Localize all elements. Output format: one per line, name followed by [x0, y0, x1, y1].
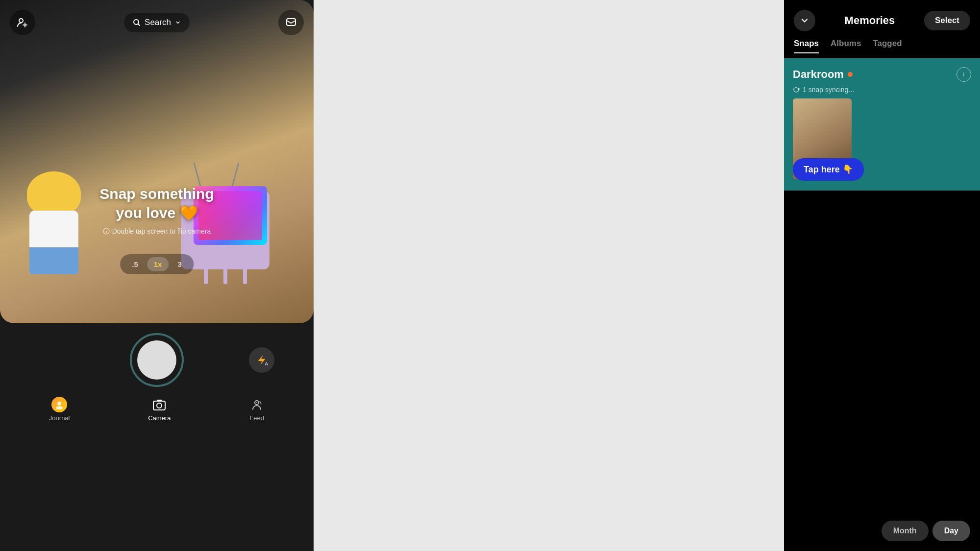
double-tap-hint: i Double tap screen to flip camera: [0, 227, 314, 235]
tv-leg: [204, 267, 208, 284]
darkroom-subtitle: 1 snap syncing...: [784, 86, 980, 98]
chat-button[interactable]: [278, 10, 304, 35]
nav-item-camera[interactable]: Camera: [148, 397, 171, 422]
svg-rect-10: [153, 401, 165, 410]
add-friend-button[interactable]: [10, 10, 35, 35]
zoom-1x-button[interactable]: 1x: [147, 257, 169, 271]
darkroom-title-row: Darkroom: [793, 68, 853, 81]
camera-top-bar: Search: [0, 0, 314, 45]
zoom-3x-button[interactable]: 3: [171, 257, 188, 271]
chevron-down-icon: [800, 16, 809, 25]
back-button[interactable]: [794, 10, 815, 31]
select-button[interactable]: Select: [924, 11, 970, 30]
day-button[interactable]: Day: [932, 521, 970, 541]
bottom-nav: Journal Camera: [0, 392, 314, 436]
info-button[interactable]: i: [956, 67, 971, 82]
search-label: Search: [145, 18, 171, 27]
snap-something-text: Snap somethingyou love 🧡: [0, 184, 314, 222]
tv-legs: [196, 267, 255, 284]
camera-icon: [151, 397, 167, 412]
svg-line-4: [138, 24, 140, 26]
flash-icon-container: A: [256, 355, 267, 365]
tab-albums[interactable]: Albums: [831, 39, 861, 53]
tap-here-label: Tap here 👇: [804, 164, 853, 175]
homer-pants: [29, 247, 78, 274]
tv-leg: [223, 267, 227, 284]
tab-tagged[interactable]: Tagged: [873, 39, 902, 53]
memories-content-dark: [784, 191, 980, 511]
memories-header: Memories Select: [784, 0, 980, 39]
avatar: [51, 397, 67, 412]
feed-icon: [249, 397, 265, 412]
svg-point-9: [56, 406, 63, 409]
right-panel: Memories Select Snaps Albums Tagged Dark…: [784, 0, 980, 551]
svg-point-0: [19, 19, 23, 23]
shutter-button[interactable]: [130, 333, 184, 387]
sync-status: 1 snap syncing...: [803, 86, 854, 94]
journal-icon: [51, 397, 67, 412]
tv-leg: [243, 267, 247, 284]
darkroom-header: Darkroom i: [784, 58, 980, 86]
memories-bottom: Month Day: [784, 511, 980, 551]
month-button[interactable]: Month: [882, 521, 929, 541]
zoom-controls: .5 1x 3: [120, 254, 194, 274]
svg-point-13: [256, 402, 257, 403]
zoom-05-button[interactable]: .5: [125, 257, 145, 271]
middle-gap: [314, 0, 382, 551]
svg-rect-5: [287, 19, 295, 25]
camera-viewfinder: Search Snap somethingyou love 🧡: [0, 0, 314, 323]
sync-icon: [793, 86, 800, 93]
search-button[interactable]: Search: [124, 13, 190, 32]
darkroom-section: Darkroom i 1 snap syncing... Tap here: [784, 58, 980, 191]
svg-text:i: i: [963, 72, 964, 77]
camera-overlay-text: Snap somethingyou love 🧡 i Double tap sc…: [0, 184, 314, 235]
memories-title: Memories: [845, 14, 895, 27]
journal-label: Journal: [49, 414, 70, 422]
sync-dot: [848, 72, 853, 77]
feed-label: Feed: [249, 414, 264, 422]
memories-tabs: Snaps Albums Tagged: [784, 39, 980, 58]
info-icon: i: [960, 71, 967, 78]
darkroom-title: Darkroom: [793, 68, 844, 81]
svg-point-8: [57, 402, 61, 406]
nav-item-journal[interactable]: Journal: [49, 397, 70, 422]
camera-label: Camera: [148, 414, 171, 422]
tap-here-button[interactable]: Tap here 👇: [793, 158, 864, 181]
flash-button[interactable]: A: [249, 347, 274, 373]
camera-bottom: A Journal: [0, 323, 314, 551]
svg-text:i: i: [106, 230, 107, 234]
tab-snaps[interactable]: Snaps: [794, 39, 819, 53]
svg-point-11: [157, 403, 162, 408]
nav-item-feed[interactable]: Feed: [249, 397, 265, 422]
left-panel: Search Snap somethingyou love 🧡: [0, 0, 314, 551]
shutter-inner: [137, 340, 176, 380]
flash-a-label: A: [265, 361, 269, 366]
shutter-row: A: [0, 333, 314, 387]
camera-scene: Search Snap somethingyou love 🧡: [0, 0, 314, 323]
